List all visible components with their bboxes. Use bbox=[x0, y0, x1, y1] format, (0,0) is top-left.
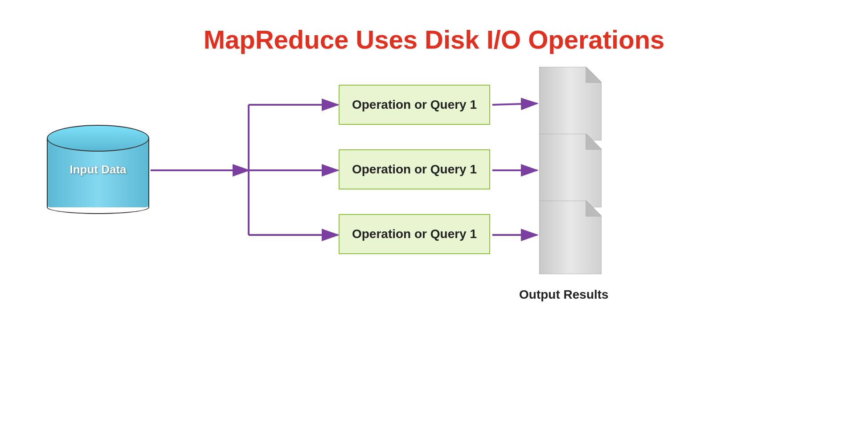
svg-marker-5 bbox=[586, 201, 602, 216]
operation-label-3: Operation or Query 1 bbox=[352, 227, 477, 241]
svg-line-12 bbox=[492, 103, 537, 105]
document-icon-3 bbox=[539, 201, 602, 274]
page-container: MapReduce Uses Disk I/O Operations Input… bbox=[0, 0, 868, 428]
output-label: Output Results bbox=[519, 288, 609, 302]
operation-label-1: Operation or Query 1 bbox=[352, 98, 477, 112]
document-icon-2 bbox=[539, 134, 602, 207]
svg-marker-3 bbox=[586, 134, 602, 149]
operation-label-2: Operation or Query 1 bbox=[352, 162, 477, 177]
operation-box-3: Operation or Query 1 bbox=[339, 214, 490, 254]
database-label: Input Data bbox=[70, 163, 126, 177]
svg-marker-1 bbox=[586, 67, 602, 82]
database-icon: Input Data bbox=[47, 125, 149, 214]
page-title: MapReduce Uses Disk I/O Operations bbox=[204, 25, 665, 54]
document-icon-1 bbox=[539, 67, 602, 140]
operation-box-2: Operation or Query 1 bbox=[339, 149, 490, 189]
operation-box-1: Operation or Query 1 bbox=[339, 85, 490, 125]
